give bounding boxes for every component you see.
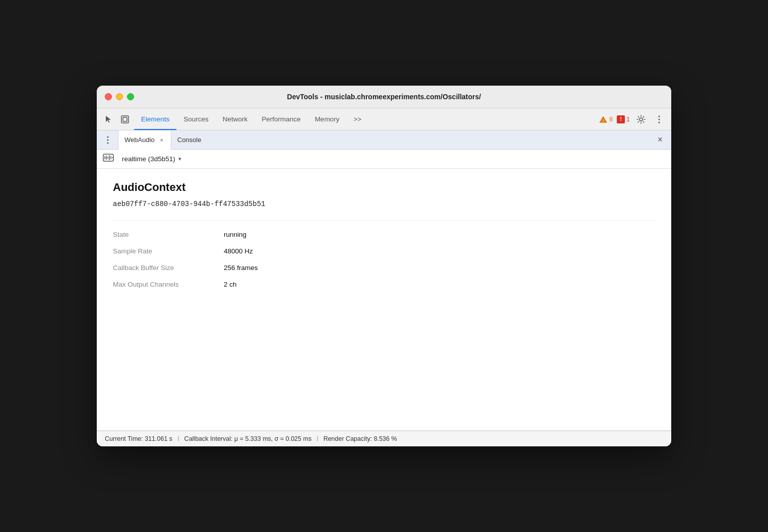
prop-label-max-output: Max Output Channels bbox=[113, 281, 224, 288]
drawer-tab-webaudio[interactable]: WebAudio × bbox=[118, 130, 171, 149]
toolbar-right: ! 8 ! 1 bbox=[599, 112, 666, 126]
svg-point-5 bbox=[659, 118, 660, 120]
status-bar: Current Time: 311.061 s I Callback Inter… bbox=[97, 431, 671, 446]
drawer-tab-console[interactable]: Console bbox=[171, 130, 207, 149]
callback-interval-value: μ = 5.333 ms, σ = 0.025 ms bbox=[234, 435, 311, 442]
minimize-button[interactable] bbox=[116, 93, 123, 100]
tab-sources[interactable]: Sources bbox=[176, 108, 216, 130]
svg-point-3 bbox=[639, 118, 643, 121]
prop-label-state: State bbox=[113, 231, 224, 238]
svg-point-4 bbox=[659, 115, 660, 117]
svg-point-7 bbox=[107, 136, 109, 138]
tab-elements[interactable]: Elements bbox=[134, 108, 176, 130]
prop-value-state: running bbox=[224, 231, 655, 238]
context-selector[interactable]: realtime (3d5b51) ▾ bbox=[119, 153, 184, 165]
maximize-button[interactable] bbox=[127, 93, 134, 100]
prop-value-max-output: 2 ch bbox=[224, 281, 655, 288]
error-icon: ! bbox=[617, 115, 625, 123]
tab-performance[interactable]: Performance bbox=[254, 108, 307, 130]
svg-point-9 bbox=[107, 142, 109, 144]
sep2: I bbox=[316, 435, 318, 442]
traffic-lights bbox=[105, 93, 134, 100]
prop-value-sample-rate: 48000 Hz bbox=[224, 247, 655, 255]
current-time-value: 311.061 s bbox=[145, 435, 172, 442]
close-drawer-button[interactable]: × bbox=[654, 134, 666, 146]
drawer-tab-bar: WebAudio × Console × bbox=[97, 130, 671, 150]
prop-label-sample-rate: Sample Rate bbox=[113, 247, 224, 255]
toolbar-tabs: Elements Sources Network Performance Mem… bbox=[134, 108, 597, 130]
inspect-icon[interactable] bbox=[118, 112, 132, 126]
tab-more[interactable]: >> bbox=[346, 108, 368, 130]
chevron-down-icon: ▾ bbox=[178, 156, 181, 162]
properties-grid: State running Sample Rate 48000 Hz Callb… bbox=[113, 231, 655, 288]
current-time-label: Current Time: bbox=[105, 435, 143, 442]
cursor-icon[interactable] bbox=[102, 112, 116, 126]
render-capacity-label: Render Capacity: bbox=[324, 435, 372, 442]
prop-value-callback-buffer: 256 frames bbox=[224, 264, 655, 272]
audio-context-title: AudioContext bbox=[113, 181, 655, 194]
tab-network[interactable]: Network bbox=[216, 108, 255, 130]
drawer-more-button[interactable] bbox=[102, 134, 114, 146]
content-area: AudioContext aeb07ff7-c880-4703-944b-ff4… bbox=[97, 169, 671, 431]
close-webaudio-tab[interactable]: × bbox=[158, 136, 166, 144]
audio-context-icon bbox=[103, 152, 114, 166]
svg-point-6 bbox=[659, 121, 660, 123]
devtools-window: DevTools - musiclab.chromeexperiments.co… bbox=[97, 86, 671, 446]
more-options-icon[interactable] bbox=[652, 112, 666, 126]
svg-rect-0 bbox=[121, 116, 129, 123]
warning-badge[interactable]: ! 8 bbox=[599, 115, 613, 124]
main-toolbar: Elements Sources Network Performance Mem… bbox=[97, 108, 671, 130]
sep1: I bbox=[177, 435, 179, 442]
close-button[interactable] bbox=[105, 93, 112, 100]
prop-label-callback-buffer: Callback Buffer Size bbox=[113, 264, 224, 272]
error-badge[interactable]: ! 1 bbox=[617, 115, 630, 123]
callback-interval-label: Callback Interval: bbox=[184, 435, 233, 442]
audio-context-id: aeb07ff7-c880-4703-944b-ff47533d5b51 bbox=[113, 200, 655, 208]
selector-bar: realtime (3d5b51) ▾ bbox=[97, 150, 671, 169]
svg-rect-1 bbox=[123, 117, 127, 121]
title-bar: DevTools - musiclab.chromeexperiments.co… bbox=[97, 86, 671, 108]
settings-icon[interactable] bbox=[634, 112, 648, 126]
divider bbox=[113, 220, 655, 221]
window-title: DevTools - musiclab.chromeexperiments.co… bbox=[287, 93, 481, 101]
svg-text:!: ! bbox=[603, 118, 604, 122]
render-capacity-value: 8.536 % bbox=[374, 435, 397, 442]
svg-point-8 bbox=[107, 139, 109, 141]
tab-memory[interactable]: Memory bbox=[308, 108, 347, 130]
